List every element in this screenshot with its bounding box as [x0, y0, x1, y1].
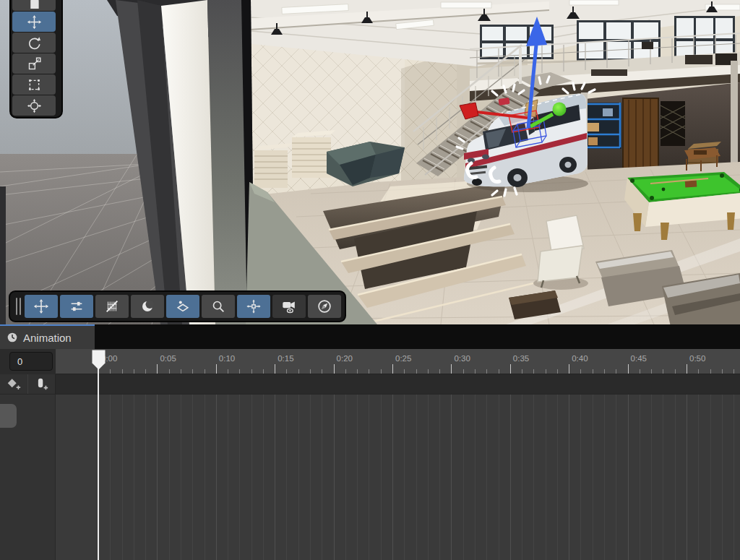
timeline-ruler[interactable]: 0:000:050:100:150:200:250:300:350:400:45… — [56, 349, 740, 374]
rotate-tool-button[interactable] — [12, 33, 56, 53]
ruler-major-tick — [687, 364, 687, 374]
dopesheet-gridline — [310, 395, 311, 560]
dopesheet-gridline — [687, 395, 687, 560]
ruler-minor-tick — [640, 369, 640, 374]
scene-camera-button[interactable] — [272, 295, 306, 318]
transform-tools-overlay — [9, 0, 63, 119]
ruler-minor-tick — [663, 369, 663, 374]
ruler-major-tick — [275, 364, 275, 374]
dopesheet-gridline — [616, 395, 616, 560]
clock-icon — [7, 332, 18, 343]
ruler-minor-tick — [486, 369, 487, 374]
scene-3d-render — [0, 0, 740, 324]
grid-visibility-button[interactable] — [95, 295, 129, 318]
dopesheet-gridline — [181, 395, 181, 560]
dopesheet-gridline — [345, 395, 346, 560]
ruler-minor-tick — [593, 369, 593, 374]
ruler-minor-tick — [286, 369, 287, 374]
ruler-minor-tick — [404, 369, 405, 374]
blue-shelf[interactable] — [582, 103, 621, 149]
scene-settings-button[interactable] — [60, 295, 93, 318]
ruler-minor-tick — [710, 369, 711, 374]
dopesheet-gridline — [604, 395, 605, 560]
dopesheet-gridline — [510, 395, 511, 560]
ruler-minor-tick — [381, 369, 382, 374]
playhead-flag[interactable] — [92, 350, 106, 370]
move-icon — [27, 14, 42, 30]
ruler-tick-label: 0:10 — [219, 354, 235, 363]
dopesheet-area[interactable] — [56, 395, 740, 560]
transform-tool-button[interactable] — [12, 95, 56, 116]
dopesheet-gridline — [192, 395, 193, 560]
dopesheet-gridline — [145, 395, 146, 560]
dopesheet-gridline — [486, 395, 487, 560]
navigation-button[interactable] — [308, 295, 341, 318]
scene-viewport[interactable] — [0, 0, 740, 324]
dopesheet-gridline — [698, 395, 699, 560]
ruler-minor-tick — [604, 369, 605, 374]
ruler-minor-tick — [651, 369, 652, 374]
wooden-door[interactable] — [623, 98, 658, 172]
lattice-panel — [661, 101, 685, 146]
dopesheet-gridline — [205, 395, 205, 560]
diamond-plus-icon — [6, 376, 22, 392]
search-button[interactable] — [202, 295, 235, 318]
rect-icon — [27, 77, 42, 92]
ruler-tick-label: 0:15 — [278, 354, 293, 363]
editor-window: Animation 0 0:000:050:100:150:200:250:30… — [0, 0, 740, 560]
dopesheet-gridline — [275, 395, 275, 560]
dopesheet-gridline — [357, 395, 358, 560]
add-event-button[interactable] — [27, 374, 56, 395]
frame-field[interactable]: 0 — [9, 352, 53, 371]
ruler-minor-tick — [580, 369, 581, 374]
ruler-tick-label: 0:35 — [513, 354, 529, 363]
dopesheet-gridline — [569, 395, 569, 560]
dopesheet-gridline — [169, 395, 170, 560]
ruler-minor-tick — [733, 369, 734, 374]
tab-animation[interactable]: Animation — [0, 324, 95, 349]
ruler-minor-tick — [298, 369, 299, 374]
dopesheet-gridline — [733, 395, 734, 560]
ruler-minor-tick — [463, 369, 464, 374]
ruler-minor-tick — [192, 369, 193, 374]
scene-lighting-button[interactable] — [131, 295, 164, 318]
move-icon — [33, 298, 49, 314]
toolbar-drag-handle[interactable] — [14, 298, 22, 315]
dopesheet-gridline — [298, 395, 299, 560]
ruler-major-tick — [157, 364, 158, 374]
ruler-minor-tick — [357, 369, 358, 374]
rect-tool-button[interactable] — [12, 74, 56, 95]
ruler-minor-tick — [205, 369, 205, 374]
keyframe-button-row — [0, 374, 740, 395]
animation-control-row: 0 0:000:050:100:150:200:250:300:350:400:… — [0, 349, 740, 374]
ruler-minor-tick — [239, 369, 240, 374]
ruler-minor-tick — [428, 369, 429, 374]
ruler-minor-tick — [557, 369, 558, 374]
ruler-minor-tick — [416, 369, 417, 374]
gizmos-center-button[interactable] — [237, 295, 270, 318]
ruler-minor-tick — [263, 369, 264, 374]
moon-icon — [139, 298, 155, 314]
dopesheet-gridline — [499, 395, 499, 560]
scale-icon — [27, 56, 42, 72]
ruler-minor-tick — [322, 369, 322, 374]
gizmo-z-cone[interactable] — [553, 103, 567, 116]
ruler-minor-tick — [475, 369, 476, 374]
move-tool-button[interactable] — [12, 12, 56, 32]
ruler-minor-tick — [122, 369, 123, 374]
add-keyframe-button[interactable] — [0, 374, 27, 395]
playhead-line[interactable] — [98, 369, 99, 560]
scroll-thumb[interactable] — [0, 404, 17, 428]
layers-icon — [175, 298, 191, 314]
scene-effects-button[interactable] — [166, 295, 199, 318]
move-overlay-button[interactable] — [25, 295, 58, 318]
ruler-major-tick — [628, 364, 629, 374]
dopesheet-gridline — [651, 395, 652, 560]
gizmo-icon — [246, 298, 262, 314]
scale-tool-button[interactable] — [12, 53, 56, 74]
dopesheet-gridline — [263, 395, 264, 560]
view-tool-button[interactable] — [12, 0, 56, 11]
dopesheet-gridline — [593, 395, 593, 560]
ruler-minor-tick — [675, 369, 676, 374]
dopesheet-gridline — [322, 395, 322, 560]
